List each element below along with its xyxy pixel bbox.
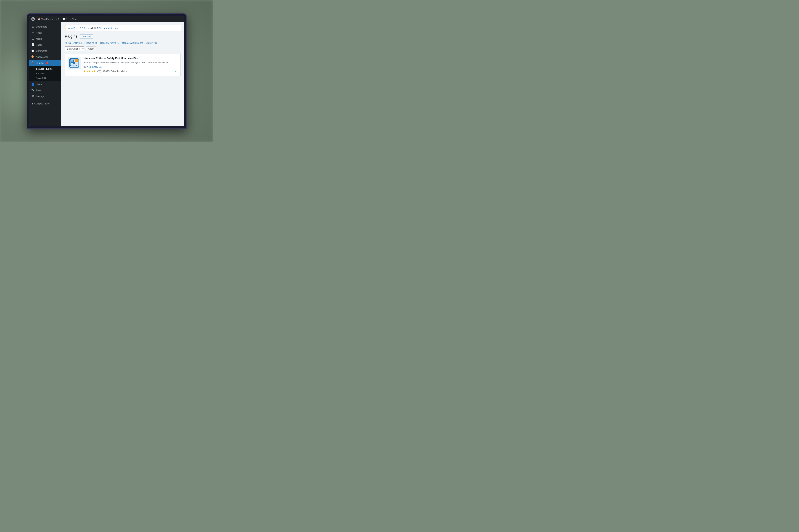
sep5: |	[144, 42, 145, 44]
admin-bar: W 🏠 WordPress ↻ 5 💬 0 + New	[29, 16, 184, 22]
comments-icon: 💬	[62, 18, 65, 20]
sidebar-label-tools: Tools	[36, 89, 41, 92]
users-icon: 👤	[31, 82, 35, 86]
wp-logo-button[interactable]: W	[31, 17, 35, 21]
update-now-link[interactable]: Please update now	[98, 27, 118, 30]
sidebar-label-dashboard: Dashboard	[36, 25, 47, 28]
plugins-badge: 4	[46, 62, 49, 64]
add-new-button[interactable]: Add New	[80, 34, 93, 39]
sidebar-item-media[interactable]: ⊡ Media	[29, 36, 61, 42]
update-notice-text: is available!	[86, 27, 98, 30]
comments-nav-icon: 💬	[31, 49, 35, 52]
filter-all[interactable]: All (9)	[65, 42, 71, 44]
plugin-name: Htaccess Editor – Safely Edit Htaccess F…	[84, 57, 178, 60]
plugin-card: Htaccess Editor – Safely Edit Htaccess F…	[65, 54, 181, 76]
sep1: |	[72, 42, 72, 44]
pages-icon: 📄	[31, 43, 35, 46]
updates-button[interactable]: ↻ 5	[55, 18, 59, 20]
main-layout: ⊞ Dashboard ✎ Posts ⊡ Media 📄 Pages 💬	[29, 22, 184, 126]
laptop-screen: W 🏠 WordPress ↻ 5 💬 0 + New	[29, 16, 184, 126]
new-content-label: + New	[70, 18, 77, 20]
sidebar-item-dashboard[interactable]: ⊞ Dashboard	[29, 24, 61, 30]
plugin-meta: ★★★★★ (37) 50,000+ Active Installations …	[84, 69, 178, 73]
sidebar-label-comments: Comments	[36, 50, 47, 52]
sidebar-label-settings: Settings	[36, 95, 44, 98]
comments-button[interactable]: 💬 0	[62, 18, 67, 20]
apply-button[interactable]: Apply	[86, 46, 96, 51]
sep3: |	[98, 42, 99, 44]
submenu-installed-plugins[interactable]: Installed Plugins	[29, 66, 61, 71]
sidebar-item-plugins[interactable]: 🔌 Plugins 4	[29, 60, 61, 66]
sidebar-label-posts: Posts	[36, 32, 42, 34]
filter-recently-active[interactable]: Recently Active (1)	[100, 42, 119, 44]
sidebar-item-pages[interactable]: 📄 Pages	[29, 42, 61, 48]
update-count: 5	[58, 18, 59, 20]
dashboard-icon: ⊞	[31, 25, 35, 28]
sep4: |	[121, 42, 121, 44]
collapse-menu-label: Collapse menu	[34, 102, 50, 105]
bulk-actions-bar: Bulk Actions Apply	[65, 46, 181, 51]
plugin-logo-svg	[69, 58, 79, 69]
page-header: Plugins Add New	[65, 34, 181, 39]
plugins-submenu: Installed Plugins Add New Plugin Editor	[29, 66, 61, 81]
laptop-frame: W 🏠 WordPress ↻ 5 💬 0 + New	[27, 13, 187, 129]
sidebar-item-comments[interactable]: 💬 Comments	[29, 48, 61, 54]
sidebar-item-tools[interactable]: 🔧 Tools	[29, 87, 61, 93]
compatible-check-icon: ✓	[175, 69, 178, 73]
filter-links: All (9) | Active (1) | Inactive (8) | Re…	[65, 42, 181, 44]
plugins-icon: 🔌	[31, 61, 35, 64]
home-icon: 🏠	[38, 18, 40, 20]
plugin-installs: 50,000+ Active Installations	[103, 70, 128, 73]
collapse-menu-button[interactable]: ◀ Collapse menu	[29, 101, 61, 107]
filter-inactive[interactable]: Inactive (8)	[86, 42, 97, 44]
submenu-add-new[interactable]: Add New	[29, 71, 61, 76]
plugin-author-link[interactable]: WebFactory Ltd	[87, 66, 102, 68]
filter-dropin[interactable]: Drop-in (1)	[146, 42, 157, 44]
settings-icon: ⚙	[31, 95, 35, 98]
content-area: WordPress 5.3.2 is available! Please upd…	[61, 22, 184, 126]
page-title: Plugins	[65, 34, 77, 39]
plugin-stars: ★★★★★	[84, 70, 96, 73]
sidebar-label-media: Media	[36, 37, 42, 40]
updates-icon: ↻	[55, 18, 57, 20]
svg-rect-5	[75, 59, 78, 62]
sidebar-label-users: Users	[36, 83, 42, 86]
media-icon: ⊡	[31, 37, 35, 40]
posts-icon: ✎	[31, 31, 35, 34]
filter-update-available[interactable]: Update Available (4)	[122, 42, 143, 44]
sidebar-item-users[interactable]: 👤 Users	[29, 81, 61, 87]
comment-count: 0	[66, 18, 67, 20]
svg-rect-3	[71, 60, 73, 62]
site-name-button[interactable]: 🏠 WordPress	[38, 18, 53, 20]
svg-rect-4	[73, 62, 75, 64]
plugin-name-link[interactable]: Htaccess Editor – Safely Edit Htaccess F…	[84, 57, 138, 60]
wp-logo-icon: W	[31, 17, 35, 21]
update-notice-suffix: .	[119, 27, 120, 30]
plugin-info: Htaccess Editor – Safely Edit Htaccess F…	[84, 57, 178, 73]
update-notice: WordPress 5.3.2 is available! Please upd…	[65, 25, 181, 31]
plugin-author: By WebFactory Ltd	[84, 66, 178, 68]
new-content-button[interactable]: + New	[70, 18, 77, 20]
collapse-arrow-icon: ◀	[31, 102, 33, 105]
sidebar-label-pages: Pages	[36, 43, 42, 46]
sidebar-item-appearance[interactable]: 🎨 Appearance	[29, 54, 61, 60]
sidebar-label-plugins: Plugins	[36, 62, 43, 64]
sidebar: ⊞ Dashboard ✎ Posts ⊡ Media 📄 Pages 💬	[29, 22, 61, 126]
wp-version-link[interactable]: WordPress 5.3.2	[68, 27, 85, 30]
submenu-plugin-editor[interactable]: Plugin Editor	[29, 76, 61, 80]
sidebar-item-settings[interactable]: ⚙ Settings	[29, 93, 61, 99]
plugin-icon	[68, 57, 80, 70]
plugin-description: A safe & simple htaccess file editor. Te…	[84, 61, 178, 64]
sidebar-item-posts[interactable]: ✎ Posts	[29, 30, 61, 36]
site-name-label: WordPress	[41, 18, 53, 20]
filter-active[interactable]: Active (1)	[73, 42, 83, 44]
sidebar-label-appearance: Appearance	[36, 56, 48, 58]
tools-icon: 🔧	[31, 89, 35, 92]
plugin-rating-count: (37)	[97, 70, 101, 73]
sep2: |	[84, 42, 85, 44]
bulk-actions-select[interactable]: Bulk Actions	[65, 46, 84, 51]
appearance-icon: 🎨	[31, 55, 35, 58]
